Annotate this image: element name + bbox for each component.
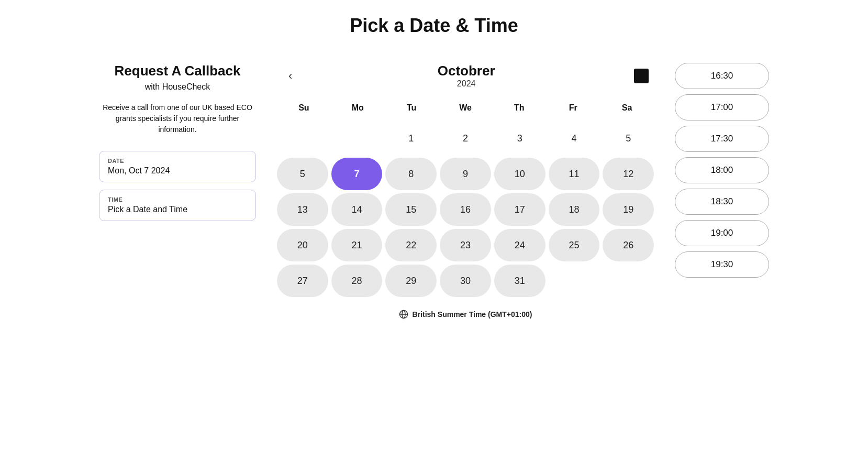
main-content: Request A Callback with HouseCheck Recei… — [15, 58, 853, 319]
day-cell[interactable]: 9 — [440, 158, 491, 190]
globe-icon — [399, 310, 408, 319]
time-panel: 16:3017:0017:3018:0018:3019:0019:30 — [675, 58, 769, 278]
date-label: DATE — [108, 158, 247, 164]
day-cell[interactable]: 28 — [331, 265, 383, 297]
date-info-box: DATE Mon, Oct 7 2024 — [99, 151, 256, 182]
day-cell[interactable]: 19 — [603, 193, 654, 226]
days-of-week-row: Su Mo Tu We Th Fr Sa — [277, 99, 654, 117]
dow-we: We — [439, 99, 493, 117]
day-cell — [331, 122, 383, 155]
calendar-panel: ‹ Octobrer 2024 Su Mo Tu We Th Fr Sa 123… — [277, 58, 654, 319]
time-info-box: TIME Pick a Date and Time — [99, 190, 256, 221]
dow-tu: Tu — [385, 99, 439, 117]
time-slot-1700[interactable]: 17:00 — [675, 94, 769, 120]
page-title: Pick a Date & Time — [350, 15, 518, 37]
day-cell[interactable]: 17 — [494, 193, 546, 226]
day-cell[interactable]: 26 — [603, 229, 654, 261]
time-slot-1630[interactable]: 16:30 — [675, 63, 769, 89]
week-row-3: 20212223242526 — [277, 229, 654, 261]
callback-heading: Request A Callback — [99, 63, 256, 79]
calendar-grid: Su Mo Tu We Th Fr Sa 1234557891011121314… — [277, 99, 654, 297]
day-cell[interactable]: 25 — [549, 229, 600, 261]
day-cell[interactable]: 22 — [385, 229, 437, 261]
callback-subheading: with HouseCheck — [99, 82, 256, 92]
day-cell[interactable]: 29 — [385, 265, 437, 297]
time-slot-1730[interactable]: 17:30 — [675, 126, 769, 152]
day-cell[interactable]: 15 — [385, 193, 437, 226]
day-cell — [549, 265, 600, 297]
day-cell — [603, 265, 654, 297]
day-cell[interactable]: 10 — [494, 158, 546, 190]
day-cell[interactable]: 31 — [494, 265, 546, 297]
week-row-2: 13141516171819 — [277, 193, 654, 226]
calendar-header: ‹ Octobrer 2024 — [277, 63, 654, 89]
day-cell[interactable]: 20 — [277, 229, 328, 261]
month-year-display: Octobrer 2024 — [438, 63, 495, 89]
day-cell[interactable]: 27 — [277, 265, 328, 297]
day-cell[interactable]: 11 — [549, 158, 600, 190]
day-cell[interactable]: 4 — [549, 122, 600, 155]
next-month-button[interactable] — [634, 69, 649, 83]
day-cell[interactable]: 8 — [385, 158, 437, 190]
day-cell[interactable]: 2 — [440, 122, 491, 155]
day-cell[interactable]: 3 — [494, 122, 546, 155]
timezone-row: British Summer Time (GMT+01:00) — [277, 310, 654, 319]
prev-month-button[interactable]: ‹ — [282, 66, 298, 86]
day-cell[interactable]: 16 — [440, 193, 491, 226]
time-value: Pick a Date and Time — [108, 205, 247, 214]
week-row-0: 12345 — [277, 122, 654, 155]
year-display: 2024 — [438, 79, 495, 89]
day-cell[interactable]: 13 — [277, 193, 328, 226]
dow-sa: Sa — [600, 99, 654, 117]
dow-su: Su — [277, 99, 331, 117]
left-panel: Request A Callback with HouseCheck Recei… — [99, 58, 256, 228]
dow-th: Th — [492, 99, 546, 117]
day-cell[interactable]: 14 — [331, 193, 383, 226]
time-slot-1930[interactable]: 19:30 — [675, 251, 769, 278]
time-slot-1900[interactable]: 19:00 — [675, 220, 769, 246]
day-cell[interactable]: 30 — [440, 265, 491, 297]
callback-description: Receive a call from one of our UK based … — [99, 102, 256, 135]
time-label: TIME — [108, 196, 247, 203]
time-slot-1830[interactable]: 18:30 — [675, 189, 769, 215]
date-value: Mon, Oct 7 2024 — [108, 166, 247, 175]
day-cell[interactable]: 23 — [440, 229, 491, 261]
day-cell[interactable]: 5 — [603, 122, 654, 155]
day-cell[interactable]: 21 — [331, 229, 383, 261]
week-row-4: 2728293031 — [277, 265, 654, 297]
dow-mo: Mo — [331, 99, 385, 117]
day-cell[interactable]: 5 — [277, 158, 328, 190]
day-cell[interactable]: 7 — [331, 158, 383, 190]
dow-fr: Fr — [546, 99, 600, 117]
week-row-1: 5789101112 — [277, 158, 654, 190]
month-name: Octobrer — [438, 63, 495, 79]
timezone-label: British Summer Time (GMT+01:00) — [413, 310, 532, 319]
day-cell[interactable]: 24 — [494, 229, 546, 261]
day-cell[interactable]: 18 — [549, 193, 600, 226]
calendar-weeks: 1234557891011121314151617181920212223242… — [277, 122, 654, 297]
day-cell[interactable]: 12 — [603, 158, 654, 190]
day-cell — [277, 122, 328, 155]
day-cell[interactable]: 1 — [385, 122, 437, 155]
time-slot-1800[interactable]: 18:00 — [675, 157, 769, 183]
